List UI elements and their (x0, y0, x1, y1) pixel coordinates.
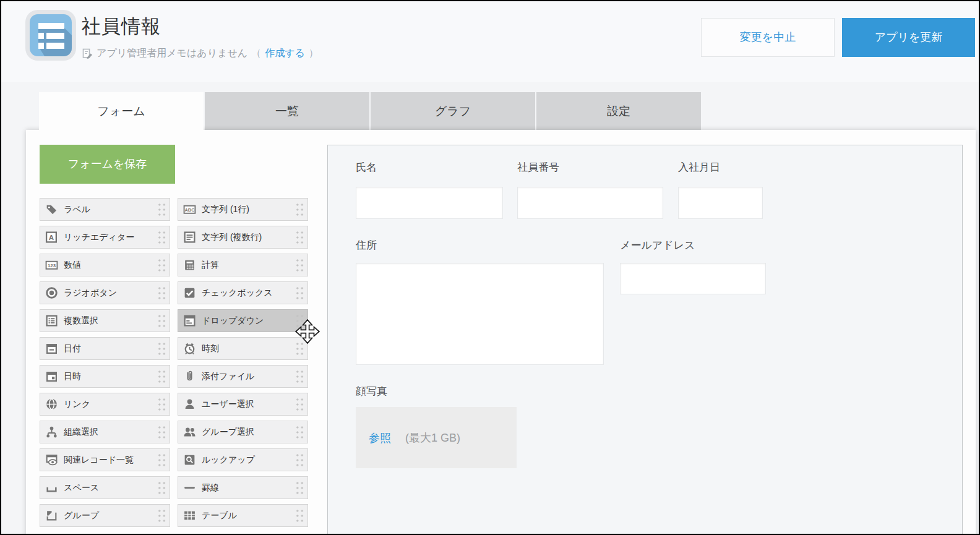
field-label: 顔写真 (356, 384, 517, 398)
drag-handle[interactable] (157, 202, 166, 217)
drag-handle[interactable] (295, 341, 304, 356)
time-icon (183, 342, 196, 355)
palette-item-number[interactable]: 123数値 (40, 254, 170, 276)
radio-button-icon (45, 286, 58, 299)
palette-item-label: テーブル (202, 510, 237, 521)
admin-memo-line: アプリ管理者用メモはありません （ 作成する ） (82, 47, 319, 60)
drag-handle[interactable] (295, 508, 304, 523)
employee-no-input[interactable] (517, 187, 663, 219)
drag-handle[interactable] (295, 425, 304, 440)
drag-handle[interactable] (295, 258, 304, 273)
drag-handle[interactable] (295, 453, 304, 468)
drag-handle[interactable] (157, 258, 166, 273)
palette-item-related-records[interactable]: 関連レコード一覧 (40, 448, 170, 471)
name-input[interactable] (356, 187, 503, 219)
drag-handle[interactable] (295, 286, 304, 301)
palette-item-label: 日付 (64, 343, 81, 354)
palette-item-time[interactable]: 時刻 (178, 337, 308, 360)
palette-item-space[interactable]: スペース (40, 476, 170, 499)
palette-item-link[interactable]: リンク (40, 393, 170, 416)
palette-item-hr[interactable]: 罫線 (178, 476, 308, 499)
drag-handle[interactable] (157, 425, 166, 440)
drag-handle[interactable] (295, 230, 304, 245)
tab-form[interactable]: フォーム (39, 92, 204, 130)
tab-list[interactable]: 一覧 (205, 92, 369, 130)
palette-item-label: リッチエディター (64, 232, 134, 243)
palette-item-org-select[interactable]: 組織選択 (40, 421, 170, 443)
memo-paren-open: （ (251, 47, 261, 60)
user-icon (183, 398, 196, 411)
app-title: 社員情報 (82, 14, 161, 40)
tab-graph[interactable]: グラフ (371, 92, 535, 130)
palette-item-label: 複数選択 (64, 315, 98, 327)
palette-item-label: 文字列 (複数行) (202, 232, 262, 243)
browse-link[interactable]: 参照 (369, 430, 391, 445)
palette-item-label: ラベル (64, 204, 90, 215)
palette-item-text-single[interactable]: ABC文字列 (1行) (178, 198, 308, 221)
palette-item-table[interactable]: テーブル (178, 504, 308, 527)
palette-item-group[interactable]: グループ (40, 504, 170, 527)
palette-item-tag[interactable]: ラベル (40, 198, 170, 221)
app-builder-window: 社員情報 アプリ管理者用メモはありません （ 作成する ） 変更を中止 アプリを… (0, 0, 980, 535)
field-group-photo: 顔写真 参照 (最大1 GB) (356, 384, 517, 468)
drag-handle[interactable] (157, 369, 166, 384)
save-form-button[interactable]: フォームを保存 (40, 145, 175, 184)
palette-item-datetime[interactable]: 日時 (40, 365, 170, 388)
palette-item-multi-select[interactable]: 複数選択 (40, 309, 170, 332)
palette-item-lookup[interactable]: ルックアップ (178, 448, 308, 471)
drag-handle[interactable] (157, 230, 166, 245)
palette-item-label: スペース (64, 482, 99, 494)
checkbox-icon (183, 286, 196, 299)
drag-handle[interactable] (157, 481, 166, 495)
tag-icon (45, 203, 58, 216)
palette-item-user[interactable]: ユーザー選択 (178, 393, 308, 416)
update-app-button[interactable]: アプリを更新 (842, 18, 975, 57)
drag-handle[interactable] (295, 314, 304, 328)
field-label: 社員番号 (517, 160, 663, 174)
drag-handle[interactable] (157, 286, 166, 301)
address-textarea[interactable] (356, 263, 604, 365)
palette-item-users[interactable]: グループ選択 (178, 421, 308, 443)
drag-handle[interactable] (295, 369, 304, 384)
palette-item-radio-button[interactable]: ラジオボタン (40, 281, 170, 304)
tab-settings[interactable]: 設定 (536, 92, 701, 130)
palette-item-text-multi[interactable]: 文字列 (複数行) (178, 226, 308, 249)
drag-handle[interactable] (157, 453, 166, 468)
hire-date-input[interactable] (678, 187, 763, 219)
drag-handle[interactable] (157, 341, 166, 356)
drag-handle[interactable] (157, 508, 166, 523)
drag-handle[interactable] (157, 397, 166, 412)
drag-handle[interactable] (295, 397, 304, 412)
related-records-icon (45, 453, 58, 466)
palette-item-label: 罫線 (202, 482, 219, 494)
palette-item-date[interactable]: 日付 (40, 337, 170, 360)
palette-item-label: 時刻 (202, 343, 219, 354)
dropdown-icon (183, 314, 196, 327)
drag-handle[interactable] (157, 314, 166, 328)
drag-handle[interactable] (295, 202, 304, 217)
palette-item-attachment[interactable]: 添付ファイル (178, 365, 308, 388)
svg-text:ABC: ABC (185, 207, 196, 213)
palette-item-label: ユーザー選択 (202, 399, 254, 410)
palette-item-calc[interactable]: 計算 (178, 254, 308, 276)
app-icon (25, 9, 77, 61)
palette-item-rich-editor[interactable]: Aリッチエディター (40, 226, 170, 249)
palette-item-label: グループ (64, 510, 99, 521)
palette-item-label: チェックボックス (202, 288, 273, 299)
hr-icon (183, 481, 196, 494)
text-single-icon: ABC (183, 203, 196, 216)
field-label: 住所 (356, 238, 604, 252)
palette-item-checkbox[interactable]: チェックボックス (178, 281, 308, 304)
date-icon (45, 342, 58, 355)
memo-create-link[interactable]: 作成する (265, 47, 305, 60)
drag-handle[interactable] (295, 481, 304, 495)
form-builder-panel: フォームを保存 ラベルAリッチエディター123数値ラジオボタン複数選択日付日時リ… (26, 130, 976, 535)
palette-item-label: 日時 (64, 371, 81, 382)
cancel-changes-button[interactable]: 変更を中止 (701, 18, 835, 57)
palette-column-right: ABC文字列 (1行)文字列 (複数行)計算チェックボックスドロップダウン時刻添… (178, 198, 308, 532)
memo-icon (82, 48, 93, 59)
email-input[interactable] (620, 263, 766, 294)
palette-item-dropdown[interactable]: ドロップダウン (178, 309, 308, 332)
number-icon: 123 (45, 259, 58, 272)
svg-text:123: 123 (48, 263, 56, 268)
